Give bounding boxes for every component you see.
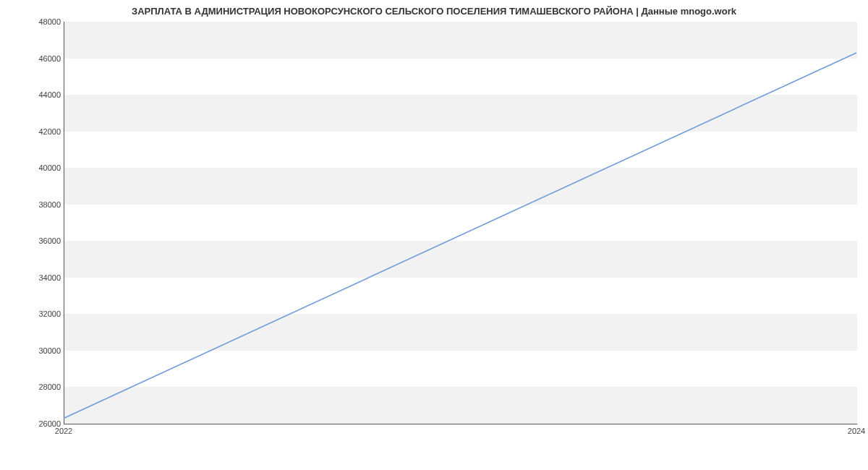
chart-title: ЗАРПЛАТА В АДМИНИСТРАЦИЯ НОВОКОРСУНСКОГО… (0, 6, 868, 17)
y-tick-label: 26000 (3, 419, 61, 428)
y-tick-label: 48000 (3, 17, 61, 26)
x-tick-label: 2022 (55, 427, 72, 435)
y-tick-label: 38000 (3, 200, 61, 209)
x-tick-label: 2024 (848, 427, 865, 435)
y-tick-label: 30000 (3, 346, 61, 355)
y-tick-label: 42000 (3, 127, 61, 136)
y-tick-label: 28000 (3, 383, 61, 391)
y-tick-label: 34000 (3, 273, 61, 282)
y-tick-label: 36000 (3, 236, 61, 245)
y-tick-label: 44000 (3, 90, 61, 99)
y-tick-label: 46000 (3, 54, 61, 63)
y-tick-label: 40000 (3, 163, 61, 172)
y-tick-label: 32000 (3, 309, 61, 318)
line-series (64, 22, 856, 424)
